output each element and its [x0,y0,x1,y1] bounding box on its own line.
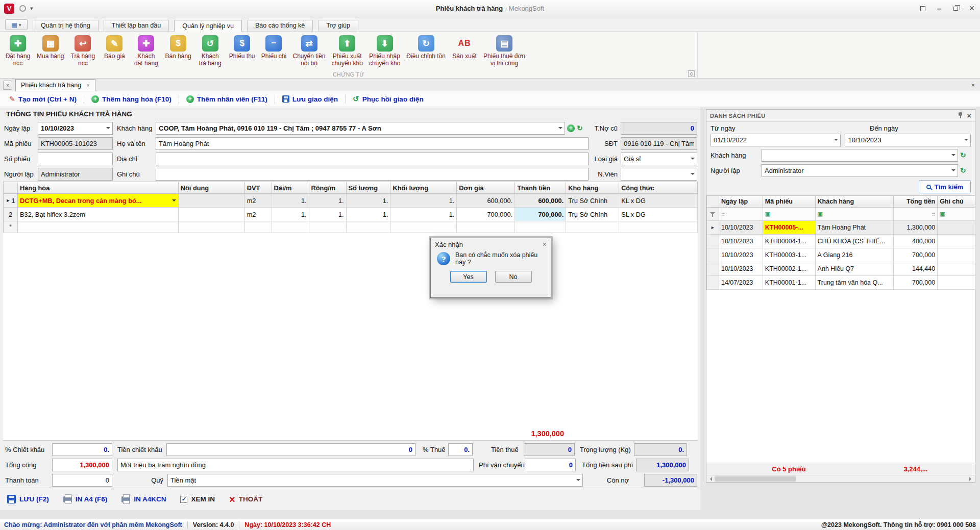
thanh-toan-field[interactable] [52,474,112,487]
ma-phieu-field[interactable] [38,137,113,150]
maximize-icon[interactable] [947,0,964,17]
filter-row[interactable] [707,208,975,221]
toolbar-phieu-nhap-chuyen-kho[interactable]: Phiếu nhập chuyển kho [366,34,403,68]
item-name-cell[interactable]: B32, Bạt hiflex 3.2zem [18,208,179,221]
tien-thue-field[interactable] [524,443,575,456]
refresh-icon[interactable] [960,166,966,174]
toolbar-san-xuat[interactable]: Sản xuất [449,34,480,61]
checkbox-checked-icon[interactable] [180,496,187,503]
col-dai[interactable]: Dài/m [272,182,309,194]
minimize-icon[interactable] [931,0,947,17]
yes-button[interactable]: Yes [450,271,487,283]
record-icon[interactable] [19,5,26,12]
col-don-gia[interactable]: Đơn giá [457,182,515,194]
col-hang-hoa[interactable]: Hàng hóa [18,182,179,194]
toolbar-bao-gia[interactable]: Báo giá [99,34,130,61]
toolbar-dat-hang-ncc[interactable]: Đặt hàng ncc [2,34,34,68]
chevron-down-icon[interactable] [834,139,838,143]
n-vien-field[interactable] [621,168,697,181]
col-rong[interactable]: Rộng/m [309,182,347,194]
toolbar-phieu-thu[interactable]: Phiếu thu [226,34,258,61]
save-button[interactable]: LƯU (F2) [7,495,49,503]
restore-layout-button[interactable]: Phục hồi giao diện [350,94,427,104]
save-layout-button[interactable]: Lưu giao diện [279,95,341,103]
item-row[interactable]: 1 DCTG+MB, Decan trong cán màng bó... m2… [4,194,698,208]
print-a4-button[interactable]: IN A4 (F6) [63,495,108,503]
col-noi-dung[interactable]: Nội dung [179,182,245,194]
nguoi-lap-field[interactable] [38,168,113,181]
search-button[interactable]: Tìm kiếm [919,180,971,193]
chevron-down-icon[interactable] [951,169,955,173]
receipt-row[interactable]: 10/10/2023 KTH00004-1... CHÚ KHOA (CS TH… [707,235,975,248]
add-employee-button[interactable]: Thêm nhân viên (F11) [183,95,271,103]
dia-chi-field[interactable] [156,153,589,165]
close-icon[interactable] [964,0,980,17]
toolbar-phieu-chi[interactable]: Phiếu chi [258,34,289,61]
chevron-down-icon[interactable] [951,154,955,158]
col-tong-tien[interactable]: Tổng tiền [894,195,938,208]
toolbar-phieu-thue-don-vi-thi-cong[interactable]: Phiếu thuê đơn vị thi công [480,34,528,68]
chevron-down-icon[interactable] [558,127,562,131]
scroll-left-icon[interactable] [706,476,714,482]
thue-pct-field[interactable] [448,443,473,456]
panel-khach-hang-field[interactable] [762,149,958,162]
tab-tro-giup[interactable]: Trợ giúp [318,20,358,31]
quy-field[interactable]: Tiền mặt [167,474,583,487]
new-button[interactable]: Tạo mới (Ctrl + N) [6,95,80,103]
document-tab[interactable]: Phiếu khách trả hàng [15,79,95,91]
toolbar-tra-hang-ncc[interactable]: Trả hàng ncc [67,34,99,68]
receipt-row[interactable]: 10/10/2023 KTH00005-... Tâm Hoàng Phát 1… [707,221,975,235]
con-no-field[interactable] [644,474,697,487]
chevron-down-icon[interactable] [691,158,695,162]
horizontal-scrollbar[interactable] [706,475,975,482]
quick-access-caret-icon[interactable] [30,5,33,12]
chevron-down-icon[interactable] [172,199,176,204]
panel-nguoi-lap-field[interactable]: Administrator [762,164,958,177]
chevron-down-icon[interactable] [964,139,968,143]
group-dialog-launcher-icon[interactable] [688,70,695,77]
bang-chu-field[interactable] [117,459,474,471]
col-ghi-chu[interactable]: Ghi chú [938,195,975,208]
tab-quan-ly-nghiep-vu[interactable]: Quản lý nghiệp vụ [174,20,242,32]
tong-cong-field[interactable] [52,459,112,471]
col-cong-thuc[interactable]: Công thức [619,182,698,194]
item-name-cell[interactable]: DCTG+MB, Decan trong cán màng bó... [18,194,179,208]
loai-gia-field[interactable]: Giá sỉ [621,153,697,165]
col-dvt[interactable]: ĐVT [245,182,272,194]
app-logo-icon[interactable] [4,4,14,14]
receipt-row[interactable]: 14/07/2023 KTH00001-1... Trung tâm văn h… [707,276,975,290]
preview-checkbox[interactable]: XEM IN [180,495,215,503]
tab-close-icon[interactable] [86,82,89,88]
ghi-chu-field[interactable] [156,168,589,181]
trong-luong-field[interactable] [634,443,687,456]
panel-close-icon[interactable] [967,112,971,120]
chevron-down-icon[interactable] [691,173,695,177]
print-a4kcn-button[interactable]: IN A4KCN [121,495,166,503]
tab-thiet-lap-ban-dau[interactable]: Thiết lập ban đầu [104,20,169,31]
add-item-button[interactable]: Thêm hàng hóa (F10) [88,95,175,103]
col-thanh-tien[interactable]: Thành tiền [515,182,566,194]
exit-button[interactable]: THOÁT [229,494,262,504]
toolbar-khach-tra-hang[interactable]: Khách trả hàng [194,34,226,68]
menu-grid-icon[interactable] [5,19,28,30]
col-ngay-lap[interactable]: Ngày lập [719,195,763,208]
new-item-row[interactable]: * [4,221,698,233]
dialog-close-icon[interactable] [543,240,547,248]
close-tab-button-icon[interactable] [3,81,12,90]
receipt-row[interactable]: 10/10/2023 KTH00003-1... A Giang 216 700… [707,248,975,262]
tabs-close-icon[interactable] [971,81,975,89]
chiet-khau-pct-field[interactable] [52,443,112,456]
chevron-down-icon[interactable] [106,127,110,131]
ho-ten-field[interactable] [156,137,589,150]
toolbar-mua-hang[interactable]: Mua hàng [34,34,67,61]
toolbar-phieu-xuat-chuyen-kho[interactable]: Phiếu xuất chuyển kho [329,34,366,68]
pin-icon[interactable] [958,112,963,119]
sdt-field[interactable] [621,137,697,150]
toolbar-chuyen-tien-noi-bo[interactable]: Chuyển tiền nội bộ [289,34,328,68]
scrollbar-thumb[interactable] [715,476,796,482]
fullscreen-icon[interactable] [915,0,931,17]
phi-van-chuyen-field[interactable] [525,459,576,471]
ngay-lap-field[interactable]: 10/10/2023 [38,122,113,135]
tong-tien-sau-phi-field[interactable] [636,459,689,471]
tab-bao-cao-thong-ke[interactable]: Báo cáo thống kê [247,20,313,31]
